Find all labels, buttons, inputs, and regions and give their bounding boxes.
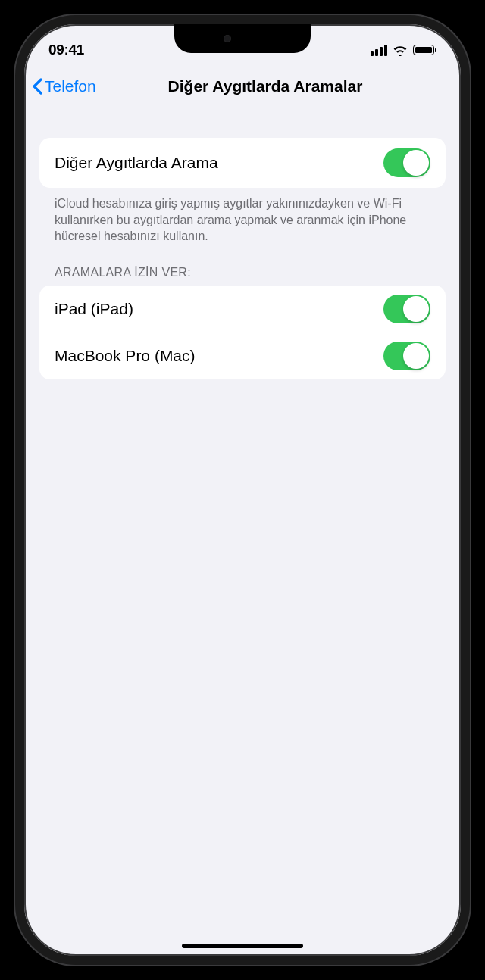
calls-on-other-devices-row[interactable]: Diğer Aygıtlarda Arama: [39, 138, 446, 188]
navigation-bar: Telefon Diğer Aygıtlarda Aramalar: [24, 65, 461, 108]
device-row-macbook[interactable]: MacBook Pro (Mac): [39, 332, 446, 379]
back-button[interactable]: Telefon: [32, 77, 96, 95]
notch: [174, 24, 311, 53]
status-time: 09:41: [48, 42, 84, 58]
toggle-knob: [403, 296, 429, 322]
cellular-signal-icon: [371, 45, 387, 56]
footer-description: iCloud hesabınıza giriş yapmış aygıtlar …: [39, 188, 446, 245]
chevron-left-icon: [32, 77, 43, 95]
devices-group: iPad (iPad) MacBook Pro (Mac): [39, 286, 446, 379]
back-label: Telefon: [45, 77, 96, 95]
front-camera: [224, 35, 231, 42]
device-row-ipad[interactable]: iPad (iPad): [39, 286, 446, 332]
home-indicator[interactable]: [182, 944, 303, 948]
device-toggle-macbook[interactable]: [383, 342, 430, 370]
device-toggle-ipad[interactable]: [383, 295, 430, 323]
calls-on-other-devices-toggle[interactable]: [383, 148, 430, 177]
calls-on-other-devices-label: Diğer Aygıtlarda Arama: [55, 154, 218, 172]
settings-content: Diğer Aygıtlarda Arama iCloud hesabınıza…: [24, 108, 461, 956]
toggle-knob: [403, 150, 429, 176]
device-label: MacBook Pro (Mac): [55, 347, 196, 365]
phone-frame: 09:41 Telefon Diğer Ay: [15, 15, 470, 965]
wifi-icon: [393, 45, 408, 56]
device-label: iPad (iPad): [55, 300, 133, 318]
status-icons: [371, 45, 436, 56]
battery-icon: [413, 45, 436, 55]
allow-calls-header: ARAMALARA İZİN VER:: [39, 245, 446, 286]
main-toggle-group: Diğer Aygıtlarda Arama: [39, 138, 446, 188]
toggle-knob: [403, 343, 429, 369]
